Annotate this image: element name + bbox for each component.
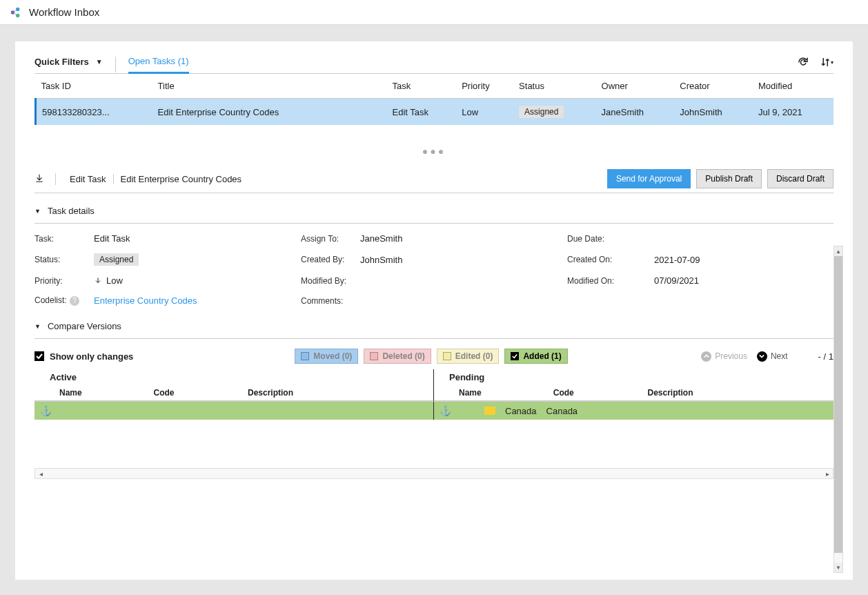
anchor-icon: ⚓: [40, 405, 52, 416]
filter-deleted[interactable]: Deleted (0): [364, 349, 431, 364]
status-badge: Assigned: [519, 106, 564, 118]
col-modified[interactable]: Modified: [753, 74, 834, 99]
scroll-right-icon[interactable]: ▸: [822, 470, 833, 478]
task-row[interactable]: 598133280323... Edit Enterprise Country …: [36, 99, 834, 126]
triangle-down-icon: ▼: [34, 323, 41, 330]
tab-open-tasks[interactable]: Open Tasks (1): [128, 56, 189, 74]
createdby-value: JohnSmith: [360, 255, 402, 265]
createdby-key: Created By:: [301, 255, 360, 264]
col-creator[interactable]: Creator: [674, 74, 753, 99]
cell-owner: JaneSmith: [596, 99, 675, 126]
cell-task: Edit Task: [387, 99, 457, 126]
page-indicator: - / 1: [818, 351, 834, 362]
task-key: Task:: [34, 234, 94, 244]
createdon-value: 2021-07-09: [654, 255, 700, 265]
version-header-grid: Active Name Code Description Pending Nam…: [34, 369, 834, 402]
compare-versions-section-toggle[interactable]: ▼ Compare Versions: [34, 321, 834, 339]
task-details-label: Task details: [48, 206, 95, 216]
col-priority[interactable]: Priority: [456, 74, 513, 99]
pending-col-desc: Description: [645, 388, 834, 398]
assignto-key: Assign To:: [301, 234, 360, 244]
svg-line-4: [14, 12, 17, 14]
vertical-scrollbar[interactable]: ▲ ▼: [834, 246, 843, 573]
codelist-link[interactable]: Enterprise Country Codes: [94, 295, 197, 306]
priority-value: Low: [94, 275, 123, 286]
task-table: Task ID Title Task Priority Status Owner…: [34, 74, 834, 125]
refresh-icon[interactable]: [796, 55, 810, 69]
show-changes-label: Show only changes: [50, 351, 133, 362]
codelist-key: Codelist:?: [34, 295, 94, 306]
col-status[interactable]: Status: [513, 74, 596, 99]
discard-draft-button[interactable]: Discard Draft: [767, 169, 834, 188]
detail-header: Edit Task Edit Enterprise Country Codes …: [34, 169, 834, 193]
task-value: Edit Task: [94, 233, 130, 244]
col-task[interactable]: Task: [387, 74, 457, 99]
checkbox-checked-icon: [34, 351, 44, 361]
drag-handle-icon[interactable]: ●●●: [34, 146, 834, 157]
compare-row-added[interactable]: ⚓ ⚓ Canada Canada: [34, 402, 834, 420]
modifiedon-value: 07/09/2021: [654, 275, 699, 286]
filter-moved[interactable]: Moved (0): [295, 349, 358, 364]
publish-draft-button[interactable]: Publish Draft: [696, 169, 762, 188]
pending-col-name: Name: [456, 388, 551, 398]
col-task-id[interactable]: Task ID: [36, 74, 152, 99]
sort-icon[interactable]: ▾: [820, 55, 834, 69]
active-col-desc: Description: [245, 388, 433, 398]
previous-button[interactable]: Previous: [701, 351, 747, 362]
cell-task-id: 598133280323...: [36, 99, 152, 126]
send-for-approval-button[interactable]: Send for Approval: [607, 169, 691, 188]
status-key: Status:: [34, 255, 94, 264]
flag-icon: [484, 407, 495, 415]
quick-filters-label: Quick Filters: [34, 57, 89, 67]
duedate-key: Due Date:: [567, 234, 627, 244]
scroll-up-icon[interactable]: ▲: [834, 246, 842, 256]
quick-filters-dropdown[interactable]: Quick Filters ▼: [34, 57, 116, 72]
status-value: Assigned: [94, 253, 139, 266]
svg-point-1: [16, 7, 19, 10]
chevron-down-circle-icon: [757, 351, 767, 362]
pending-heading: Pending: [434, 369, 834, 385]
download-icon[interactable]: [34, 173, 56, 185]
svg-line-3: [14, 10, 17, 12]
task-details-section-toggle[interactable]: ▼ Task details: [34, 206, 834, 224]
next-button[interactable]: Next: [757, 351, 788, 362]
modifiedby-key: Modified By:: [301, 276, 360, 286]
scroll-down-icon[interactable]: ▼: [834, 563, 842, 572]
detail-task-type: Edit Task: [63, 174, 114, 184]
svg-point-0: [11, 10, 14, 14]
assignto-value: JaneSmith: [360, 233, 402, 244]
scroll-left-icon[interactable]: ◂: [35, 470, 46, 478]
horizontal-scrollbar[interactable]: ◂ ▸: [34, 468, 834, 479]
app-header: Workflow Inbox: [0, 0, 868, 25]
active-heading: Active: [34, 369, 433, 385]
show-only-changes-checkbox[interactable]: Show only changes: [34, 351, 133, 362]
scroll-thumb[interactable]: [834, 256, 842, 553]
filter-edited[interactable]: Edited (0): [437, 349, 500, 364]
help-icon[interactable]: ?: [70, 296, 79, 306]
col-owner[interactable]: Owner: [596, 74, 675, 99]
detail-task-title: Edit Enterprise Country Codes: [114, 174, 249, 184]
chevron-up-circle-icon: [701, 351, 711, 362]
page-title: Workflow Inbox: [29, 6, 99, 18]
cell-status: Assigned: [513, 99, 596, 126]
triangle-down-icon: ▼: [34, 208, 41, 215]
cell-creator: JohnSmith: [674, 99, 753, 126]
compare-label: Compare Versions: [48, 321, 121, 331]
filter-added[interactable]: Added (1): [504, 349, 567, 364]
active-col-name: Name: [57, 388, 151, 398]
col-title[interactable]: Title: [152, 74, 387, 99]
arrow-down-icon: [94, 277, 102, 285]
svg-point-2: [16, 13, 19, 17]
createdon-key: Created On:: [567, 255, 627, 264]
app-logo-icon: [10, 6, 22, 19]
cell-title: Edit Enterprise Country Codes: [152, 99, 387, 126]
cell-modified: Jul 9, 2021: [753, 99, 834, 126]
pending-col-code: Code: [551, 388, 645, 398]
anchor-icon: ⚓: [440, 405, 451, 416]
pending-name: Canada: [505, 406, 537, 416]
compare-toolbar: Show only changes Moved (0) Deleted (0) …: [34, 349, 834, 364]
comments-key: Comments:: [301, 296, 360, 306]
chevron-down-icon: ▼: [96, 58, 103, 66]
pending-code: Canada: [546, 406, 578, 416]
priority-key: Priority:: [34, 276, 94, 286]
